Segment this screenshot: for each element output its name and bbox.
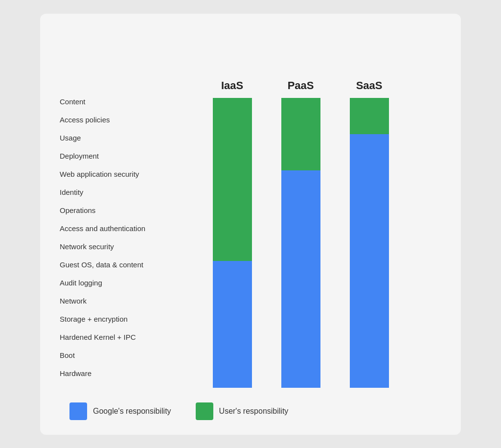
row-label-network: Network bbox=[60, 297, 145, 315]
chart-area: Content Access policies Usage Deployment… bbox=[60, 33, 441, 388]
legend-item-google: Google's responsibility bbox=[69, 402, 171, 420]
bar-group-paas: PaaS bbox=[281, 79, 320, 388]
row-label-content: Content bbox=[60, 98, 145, 116]
row-label-usage: Usage bbox=[60, 134, 145, 152]
google-swatch bbox=[69, 402, 87, 420]
iaas-title: IaaS bbox=[221, 79, 243, 92]
user-legend-label: User's responsibility bbox=[219, 407, 289, 416]
legend: Google's responsibility User's responsib… bbox=[60, 402, 441, 420]
row-label-web-app-security: Web application security bbox=[60, 170, 145, 189]
saas-bar bbox=[350, 98, 389, 388]
bars-section: IaaS PaaS SaaS bbox=[160, 79, 441, 388]
row-label-access-policies: Access policies bbox=[60, 116, 145, 134]
saas-blue bbox=[350, 134, 389, 388]
row-label-hardened-kernel: Hardened Kernel + IPC bbox=[60, 333, 145, 352]
legend-item-user: User's responsibility bbox=[196, 402, 289, 420]
row-label-deployment: Deployment bbox=[60, 152, 145, 170]
paas-blue bbox=[281, 170, 320, 388]
google-legend-label: Google's responsibility bbox=[93, 407, 171, 416]
bar-group-iaas: IaaS bbox=[213, 79, 252, 388]
paas-bar bbox=[281, 98, 320, 388]
card: Content Access policies Usage Deployment… bbox=[40, 14, 461, 435]
row-label-audit-logging: Audit logging bbox=[60, 279, 145, 297]
labels-column: Content Access policies Usage Deployment… bbox=[60, 98, 145, 388]
saas-title: SaaS bbox=[356, 79, 383, 92]
iaas-blue bbox=[213, 261, 252, 388]
row-label-boot: Boot bbox=[60, 352, 145, 370]
row-label-access-auth: Access and authentication bbox=[60, 225, 145, 243]
iaas-green bbox=[213, 98, 252, 261]
row-label-operations: Operations bbox=[60, 207, 145, 225]
paas-title: PaaS bbox=[288, 79, 314, 92]
row-label-network-security: Network security bbox=[60, 243, 145, 261]
bar-group-saas: SaaS bbox=[350, 79, 389, 388]
saas-green bbox=[350, 98, 389, 134]
user-swatch bbox=[196, 402, 213, 420]
row-label-guest-os: Guest OS, data & content bbox=[60, 261, 145, 279]
paas-green bbox=[281, 98, 320, 170]
row-label-hardware: Hardware bbox=[60, 370, 145, 388]
row-label-storage: Storage + encryption bbox=[60, 315, 145, 333]
row-label-identity: Identity bbox=[60, 189, 145, 207]
iaas-bar bbox=[213, 98, 252, 388]
